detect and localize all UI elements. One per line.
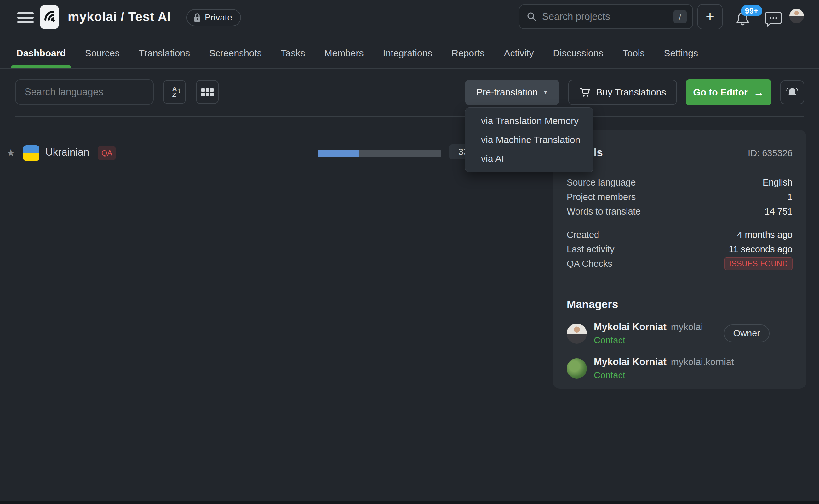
go-to-editor-button[interactable]: Go to Editor → bbox=[686, 79, 771, 105]
manager-name[interactable]: Mykolai Korniat bbox=[594, 321, 667, 333]
grid-view-icon bbox=[201, 88, 214, 96]
qa-issues-badge[interactable]: QA bbox=[98, 146, 116, 160]
plus-icon: + bbox=[706, 9, 714, 24]
detail-label: Words to translate bbox=[567, 206, 641, 217]
language-search bbox=[15, 79, 154, 105]
toolbar-actions: Pre-translation ▼ Buy Translations Go to… bbox=[465, 79, 804, 105]
chevron-down-icon: ▼ bbox=[543, 89, 548, 95]
tab-dashboard[interactable]: Dashboard bbox=[15, 48, 67, 68]
detail-label: QA Checks bbox=[567, 259, 612, 269]
manager-username: mykolai bbox=[671, 322, 703, 332]
notification-count-badge[interactable]: 99+ bbox=[741, 5, 762, 16]
detail-value: 1 bbox=[787, 192, 793, 202]
owner-role-badge: Owner bbox=[724, 324, 770, 342]
issues-found-badge[interactable]: ISSUES FOUND bbox=[725, 257, 793, 270]
buy-translations-label: Buy Translations bbox=[596, 87, 666, 98]
menu-item-via-ai[interactable]: via AI bbox=[465, 149, 593, 168]
manager-avatar[interactable] bbox=[567, 358, 587, 379]
detail-value: 14 751 bbox=[765, 206, 793, 217]
user-avatar[interactable] bbox=[789, 9, 804, 23]
privacy-badge-label: Private bbox=[205, 13, 232, 23]
detail-row: Source language English bbox=[567, 175, 793, 190]
detail-label: Source language bbox=[567, 177, 636, 188]
translation-progress-fill bbox=[318, 150, 359, 157]
project-nav-tabs: Dashboard Sources Translations Screensho… bbox=[0, 38, 819, 69]
pretranslation-dropdown-button[interactable]: Pre-translation ▼ bbox=[465, 80, 559, 105]
favorite-star-icon[interactable]: ★ bbox=[6, 147, 15, 159]
project-id: ID: 635326 bbox=[748, 148, 793, 158]
bottom-edge bbox=[0, 501, 819, 504]
manager-avatar[interactable] bbox=[567, 324, 587, 344]
menu-icon[interactable] bbox=[17, 12, 34, 23]
detail-label: Last activity bbox=[567, 244, 615, 255]
privacy-badge: Private bbox=[186, 9, 241, 26]
detail-row: Last activity 11 seconds ago bbox=[567, 242, 793, 256]
manager-row: Mykolai Korniat mykolai Contact Owner bbox=[567, 321, 793, 346]
grid-view-button[interactable] bbox=[196, 80, 219, 104]
go-to-editor-label: Go to Editor bbox=[693, 87, 747, 98]
detail-value: English bbox=[763, 177, 793, 188]
tab-discussions[interactable]: Discussions bbox=[552, 48, 604, 68]
managers-heading: Managers bbox=[567, 298, 793, 311]
tab-translations[interactable]: Translations bbox=[138, 48, 191, 68]
create-project-button[interactable]: + bbox=[697, 4, 723, 29]
tab-reports[interactable]: Reports bbox=[450, 48, 486, 68]
crowdin-logo[interactable] bbox=[40, 5, 59, 29]
project-notifications-button[interactable] bbox=[780, 80, 804, 104]
toolbar-divider bbox=[15, 116, 804, 117]
detail-value: 11 seconds ago bbox=[729, 244, 793, 255]
menu-item-via-machine-translation[interactable]: via Machine Translation bbox=[465, 130, 593, 149]
translation-progress-bar bbox=[318, 150, 441, 157]
sort-updown-icon: ↕ bbox=[178, 87, 181, 94]
tab-tools[interactable]: Tools bbox=[621, 48, 646, 68]
search-input[interactable] bbox=[542, 11, 673, 22]
manager-username: mykolai.korniat bbox=[671, 357, 734, 367]
project-search: / bbox=[519, 4, 693, 29]
cart-icon bbox=[579, 87, 591, 98]
tab-settings[interactable]: Settings bbox=[663, 48, 699, 68]
tab-integrations[interactable]: Integrations bbox=[382, 48, 434, 68]
crowdin-project-dashboard: mykolai / Test AI Private / + 99+ bbox=[0, 0, 819, 504]
detail-row: Words to translate 14 751 bbox=[567, 204, 793, 219]
tab-tasks[interactable]: Tasks bbox=[280, 48, 306, 68]
contact-link[interactable]: Contact bbox=[594, 370, 734, 381]
tab-members[interactable]: Members bbox=[323, 48, 365, 68]
sort-languages-button[interactable]: AZ ↕ bbox=[163, 80, 186, 104]
crowdin-bird-icon bbox=[42, 8, 57, 26]
tab-sources[interactable]: Sources bbox=[84, 48, 121, 68]
detail-value: 4 months ago bbox=[737, 230, 793, 240]
detail-label: Created bbox=[567, 230, 599, 240]
detail-row: Project members 1 bbox=[567, 190, 793, 204]
manager-row: Mykolai Korniat mykolai.korniat Contact bbox=[567, 356, 793, 381]
detail-row: Created 4 months ago bbox=[567, 227, 793, 242]
language-search-input[interactable] bbox=[25, 86, 144, 98]
slash-shortcut-key: / bbox=[673, 10, 687, 23]
contact-link[interactable]: Contact bbox=[594, 335, 703, 346]
tab-screenshots[interactable]: Screenshots bbox=[208, 48, 263, 68]
top-header: mykolai / Test AI Private / + 99+ bbox=[0, 0, 819, 35]
page-title: mykolai / Test AI bbox=[68, 9, 171, 24]
ringing-bell-icon bbox=[785, 85, 799, 99]
language-name[interactable]: Ukrainian bbox=[45, 146, 89, 158]
arrow-right-icon: → bbox=[753, 86, 764, 99]
menu-item-via-translation-memory[interactable]: via Translation Memory bbox=[465, 112, 593, 130]
sort-az-icon: AZ ↕ bbox=[172, 86, 177, 98]
manager-name[interactable]: Mykolai Korniat bbox=[594, 356, 667, 368]
messages-icon[interactable] bbox=[765, 11, 782, 27]
detail-label: Project members bbox=[567, 192, 636, 202]
ukraine-flag-icon bbox=[23, 145, 39, 161]
panel-divider bbox=[567, 285, 793, 285]
pretranslation-label: Pre-translation bbox=[476, 87, 538, 98]
qa-checks-row: QA Checks ISSUES FOUND bbox=[567, 256, 793, 271]
buy-translations-button[interactable]: Buy Translations bbox=[568, 80, 677, 105]
lock-icon bbox=[193, 13, 201, 22]
pretranslation-menu: via Translation Memory via Machine Trans… bbox=[465, 107, 593, 172]
search-icon bbox=[527, 12, 536, 21]
tab-activity[interactable]: Activity bbox=[502, 48, 535, 68]
